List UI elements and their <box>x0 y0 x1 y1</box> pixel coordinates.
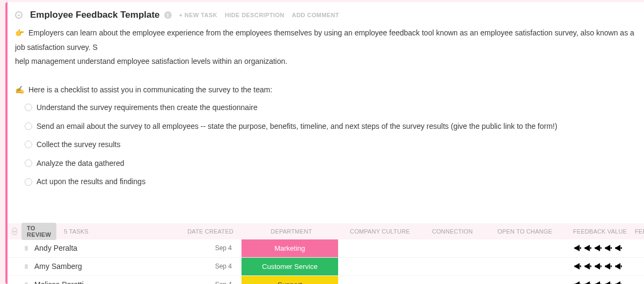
feedback-value-cell[interactable] <box>564 261 633 271</box>
megaphone-icon <box>594 261 603 271</box>
checklist-item[interactable]: Collect the survey results <box>25 135 634 154</box>
megaphone-icon <box>573 261 583 271</box>
col-open-to-change[interactable]: OPEN TO CHANGE <box>485 228 565 235</box>
hide-description-button[interactable]: HIDE DESCRIPTION <box>225 12 284 18</box>
checklist-item[interactable]: Send an email about the survey to all em… <box>25 117 634 136</box>
status-pill[interactable]: TO REVIEW <box>21 223 56 240</box>
page-title: Employee Feedback Template <box>30 10 160 20</box>
megaphone-icon <box>594 280 603 284</box>
checkbox-icon[interactable] <box>25 178 32 186</box>
checkbox-icon[interactable] <box>25 141 32 148</box>
add-comment-button[interactable]: ADD COMMENT <box>292 12 339 18</box>
checkbox-icon[interactable] <box>25 104 32 111</box>
tasks-count: 5 TASKS <box>64 228 187 235</box>
description-block: 👉 Employers can learn about the employee… <box>8 24 644 196</box>
collapse-toggle[interactable] <box>15 11 23 19</box>
task-name[interactable]: Melissa Peretti <box>28 280 188 284</box>
checklist-item[interactable]: Understand the survey requirements then … <box>25 98 634 117</box>
sheet: Employee Feedback Template i + NEW TASK … <box>5 2 644 284</box>
megaphone-icon <box>573 280 583 284</box>
checklist-item[interactable]: Analyze the data gathered <box>25 154 634 173</box>
checklist-item-label: Send an email about the survey to all em… <box>36 119 557 134</box>
new-task-button[interactable]: + NEW TASK <box>179 12 217 18</box>
department-cell[interactable]: Marketing <box>241 239 338 257</box>
checklist-item-label: Understand the survey requirements then … <box>36 100 258 115</box>
task-name[interactable]: Amy Samberg <box>28 262 188 271</box>
megaphone-icon <box>604 261 613 271</box>
description-intro-2: help management understand employee sati… <box>15 54 634 69</box>
col-feedback-value[interactable]: FEEDBACK VALUE <box>565 228 635 235</box>
description-intro-1: Employers can learn about the employee e… <box>15 28 634 52</box>
info-icon[interactable]: i <box>164 11 172 19</box>
department-cell[interactable]: Customer Service <box>241 258 338 275</box>
date-created-cell: Sep 4 <box>188 263 241 270</box>
department-cell[interactable]: Support <box>241 276 338 284</box>
megaphone-icon <box>573 243 583 253</box>
feedback-value-cell[interactable] <box>564 280 633 284</box>
megaphone-icon <box>583 243 593 253</box>
col-connection[interactable]: CONNECTION <box>420 228 485 235</box>
task-name[interactable]: Andy Peralta <box>28 244 188 252</box>
checklist-item-label: Analyze the data gathered <box>36 156 124 171</box>
checklist-item[interactable]: Act upon the results and findings <box>25 172 634 191</box>
megaphone-icon <box>583 280 593 284</box>
megaphone-icon <box>614 280 624 284</box>
status-collapse-toggle[interactable] <box>12 228 17 235</box>
megaphone-icon <box>614 261 624 271</box>
feedback-value-cell[interactable] <box>564 243 633 253</box>
table-row[interactable]: Amy SambergSep 4Customer Service <box>8 258 644 276</box>
table-row[interactable]: Melissa PerettiSep 4Support <box>8 276 644 284</box>
checklist-intro: Here is a checklist to assist you in com… <box>28 85 272 94</box>
table-body: Andy PeraltaSep 4MarketingAmy SambergSep… <box>8 239 644 284</box>
col-date-created[interactable]: DATE CREATED <box>187 228 243 235</box>
checkbox-icon[interactable] <box>25 159 32 167</box>
table-header-row: TO REVIEW 5 TASKS DATE CREATED DEPARTMEN… <box>8 223 644 239</box>
megaphone-icon <box>604 243 613 253</box>
pointing-hand-icon: 👉 <box>15 28 24 37</box>
writing-hand-icon: ✍️ <box>15 85 24 94</box>
date-created-cell: Sep 4 <box>188 281 241 284</box>
megaphone-icon <box>614 243 624 253</box>
table-row[interactable]: Andy PeraltaSep 4Marketing <box>8 239 644 258</box>
col-feel-valued[interactable]: FEEL VALUED <box>635 228 644 235</box>
megaphone-icon <box>604 280 613 284</box>
megaphone-icon <box>583 261 593 271</box>
list-header: Employee Feedback Template i + NEW TASK … <box>8 2 644 24</box>
megaphone-icon <box>594 243 603 253</box>
date-created-cell: Sep 4 <box>188 244 241 252</box>
col-company-culture[interactable]: COMPANY CULTURE <box>340 228 420 235</box>
checklist-item-label: Act upon the results and findings <box>36 174 145 189</box>
checklist: Understand the survey requirements then … <box>15 97 634 191</box>
col-department[interactable]: DEPARTMENT <box>243 228 340 235</box>
checkbox-icon[interactable] <box>25 122 32 130</box>
checklist-item-label: Collect the survey results <box>36 137 120 152</box>
